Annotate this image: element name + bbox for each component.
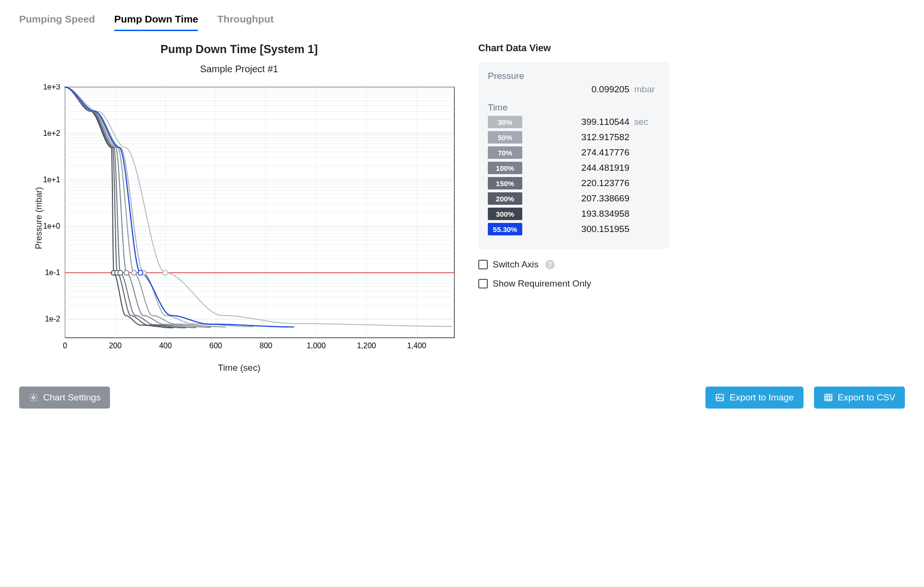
- export-to-image-button[interactable]: Export to Image: [705, 387, 803, 409]
- svg-text:0: 0: [63, 342, 67, 350]
- chart-data-view: Chart Data View Pressure 0.099205 mbar T…: [478, 40, 905, 373]
- time-value: 300.151955: [529, 224, 629, 234]
- svg-text:1e-2: 1e-2: [45, 315, 60, 323]
- svg-text:1e+0: 1e+0: [43, 222, 60, 230]
- chart-svg: 1e-21e-11e+01e+11e+21e+302004006008001,0…: [19, 84, 459, 352]
- series-badge: 70%: [488, 146, 522, 159]
- tabs: Pumping Speed Pump Down Time Throughput: [19, 13, 905, 31]
- export-to-csv-label: Export to CSV: [838, 392, 895, 403]
- time-row: 300%193.834958: [488, 208, 660, 220]
- series-badge: 150%: [488, 177, 522, 189]
- data-panel: Pressure 0.099205 mbar Time 30%399.11054…: [478, 62, 670, 249]
- chart-column: Pump Down Time [System 1] Sample Project…: [19, 40, 459, 373]
- time-row: 100%244.481919: [488, 162, 660, 174]
- time-row: 70%274.417776: [488, 146, 660, 159]
- svg-text:1,200: 1,200: [357, 342, 376, 350]
- time-unit: sec: [634, 117, 660, 127]
- svg-text:1e+2: 1e+2: [43, 129, 60, 137]
- chart-title: Pump Down Time [System 1]: [161, 43, 318, 56]
- series-badge: 200%: [488, 192, 522, 205]
- svg-text:1e+1: 1e+1: [43, 176, 60, 184]
- chart-data-view-title: Chart Data View: [478, 43, 905, 54]
- time-value: 274.417776: [529, 147, 629, 158]
- svg-point-73: [124, 270, 129, 275]
- svg-point-76: [163, 270, 168, 275]
- help-icon[interactable]: ?: [545, 260, 555, 269]
- time-row: 200%207.338669: [488, 192, 660, 205]
- time-value: 193.834958: [529, 209, 629, 219]
- svg-rect-81: [825, 394, 832, 400]
- time-label: Time: [488, 102, 660, 113]
- series-badge: 55.30%: [488, 223, 522, 235]
- svg-text:1,400: 1,400: [407, 342, 426, 350]
- svg-text:600: 600: [209, 342, 222, 350]
- show-requirement-only-label: Show Requirement Only: [493, 278, 591, 289]
- tab-throughput[interactable]: Throughput: [217, 13, 274, 31]
- series-badge: 50%: [488, 131, 522, 144]
- series-badge: 300%: [488, 208, 522, 220]
- time-value: 312.917582: [529, 132, 629, 143]
- switch-axis-checkbox[interactable]: [478, 260, 488, 269]
- svg-point-74: [132, 270, 136, 275]
- time-row: 150%220.123776: [488, 177, 660, 189]
- chart-settings-label: Chart Settings: [43, 392, 100, 403]
- svg-point-80: [718, 396, 720, 397]
- table-icon: [824, 393, 833, 402]
- time-value: 207.338669: [529, 193, 629, 204]
- pressure-label: Pressure: [488, 71, 660, 81]
- export-to-csv-button[interactable]: Export to CSV: [814, 387, 905, 409]
- time-row: 55.30%300.151955: [488, 223, 660, 235]
- svg-text:400: 400: [159, 342, 172, 350]
- time-value: 244.481919: [529, 163, 629, 173]
- switch-axis-label: Switch Axis: [493, 259, 539, 270]
- chart-settings-button[interactable]: Chart Settings: [19, 387, 110, 409]
- svg-text:200: 200: [109, 342, 122, 350]
- tab-pump-down-time[interactable]: Pump Down Time: [114, 13, 198, 31]
- svg-point-72: [118, 270, 123, 275]
- footer: Chart Settings Export to Image Export to…: [19, 387, 905, 409]
- y-axis-label: Pressure (mbar): [34, 187, 44, 249]
- time-value: 399.110544: [529, 117, 629, 127]
- pressure-value: 0.099205: [488, 84, 629, 95]
- show-requirement-only-checkbox[interactable]: [478, 279, 488, 288]
- time-row: 50%312.917582: [488, 131, 660, 144]
- series-badge: 100%: [488, 162, 522, 174]
- tab-pumping-speed[interactable]: Pumping Speed: [19, 13, 95, 31]
- svg-text:800: 800: [260, 342, 273, 350]
- gear-icon: [29, 393, 38, 402]
- svg-text:1,000: 1,000: [307, 342, 326, 350]
- series-badge: 30%: [488, 116, 522, 128]
- switch-axis-row[interactable]: Switch Axis ?: [478, 259, 905, 270]
- chart-subtitle: Sample Project #1: [200, 64, 278, 75]
- svg-point-78: [32, 396, 34, 399]
- time-value: 220.123776: [529, 178, 629, 188]
- svg-text:1e-1: 1e-1: [45, 268, 60, 277]
- svg-point-77: [138, 270, 143, 275]
- export-to-image-label: Export to Image: [729, 392, 793, 403]
- x-axis-label: Time (sec): [218, 363, 260, 373]
- svg-text:1e+3: 1e+3: [43, 84, 60, 91]
- pressure-unit: mbar: [634, 84, 660, 95]
- chart-plot-area: Pressure (mbar) 1e-21e-11e+01e+11e+21e+3…: [19, 84, 459, 352]
- show-requirement-only-row[interactable]: Show Requirement Only: [478, 278, 905, 289]
- time-row: 30%399.110544sec: [488, 116, 660, 128]
- image-icon: [715, 393, 725, 402]
